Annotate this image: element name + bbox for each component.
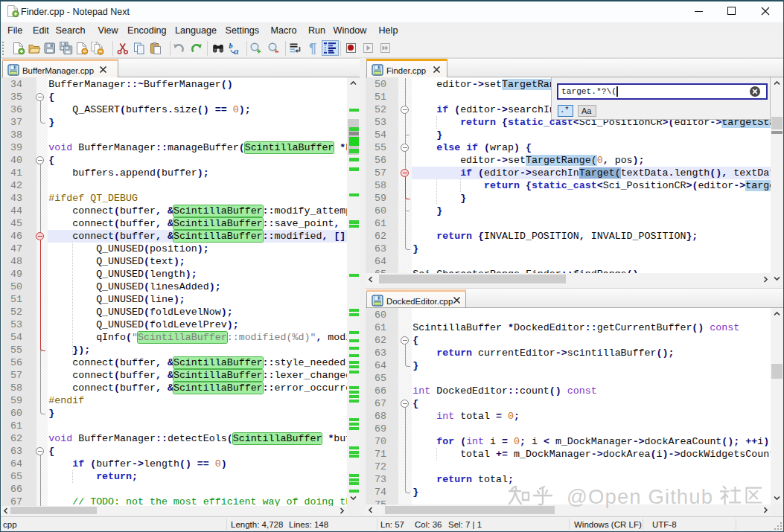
svg-text:b: b [229,42,233,50]
svg-text:a: a [234,45,239,56]
